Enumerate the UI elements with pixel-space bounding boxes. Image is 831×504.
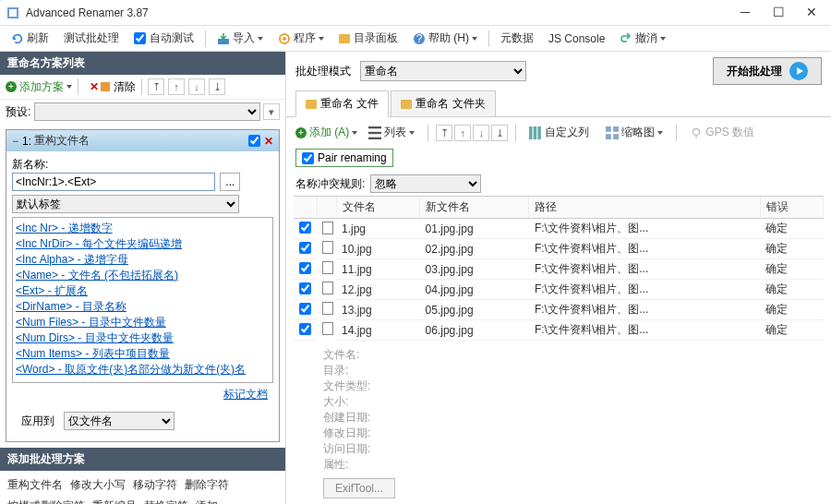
import-button[interactable]: 导入 bbox=[211, 29, 269, 48]
table-row[interactable]: 13.jpg05.jpg.jpgF:\文件资料\相片、图...确定 bbox=[294, 300, 824, 320]
cell-error: 确定 bbox=[760, 239, 823, 259]
move-bottom-button[interactable]: ⤓ bbox=[209, 78, 225, 95]
cell-filename: 13.jpg bbox=[336, 300, 420, 320]
minimize-button[interactable]: ─ bbox=[731, 4, 759, 22]
method-link[interactable]: 添加 bbox=[196, 498, 218, 504]
tag-link[interactable]: <DirName> - 目录名称 bbox=[16, 299, 270, 315]
col-filename[interactable]: 文件名 bbox=[336, 197, 420, 219]
refresh-button[interactable]: 刷新 bbox=[6, 29, 54, 48]
file-move-bottom-button[interactable]: ⤓ bbox=[491, 125, 508, 141]
cell-error: 确定 bbox=[760, 280, 823, 300]
tag-link[interactable]: <Ext> - 扩展名 bbox=[16, 283, 270, 299]
undo-button[interactable]: 撤消 bbox=[614, 29, 671, 48]
maximize-button[interactable]: ☐ bbox=[765, 4, 792, 22]
file-move-top-button[interactable]: ⤒ bbox=[436, 125, 452, 141]
newname-input[interactable] bbox=[12, 173, 215, 191]
tag-link[interactable]: <Num Items> - 列表中项目数量 bbox=[16, 346, 270, 362]
gps-button[interactable]: GPS 数值 bbox=[684, 122, 760, 143]
dropdown-icon bbox=[660, 37, 666, 41]
method-link[interactable]: 移动字符 bbox=[133, 477, 177, 493]
svg-rect-16 bbox=[614, 134, 620, 139]
folder-panel-label: 目录面板 bbox=[354, 30, 398, 46]
move-up-button[interactable]: ↑ bbox=[168, 78, 185, 95]
table-row[interactable]: 12.jpg04.jpg.jpgF:\文件资料\相片、图...确定 bbox=[294, 280, 824, 300]
file-table[interactable]: 文件名 新文件名 路径 错误 1.jpg01.jpg.jpgF:\文件资料\相片… bbox=[294, 196, 824, 342]
method-enabled-checkbox[interactable] bbox=[248, 135, 260, 147]
col-newfilename[interactable]: 新文件名 bbox=[420, 197, 529, 219]
row-checkbox[interactable] bbox=[299, 222, 311, 234]
jsconsole-button[interactable]: JS Console bbox=[543, 30, 610, 47]
tag-link[interactable]: <Num Dirs> - 目录中文件夹数量 bbox=[16, 330, 270, 346]
table-row[interactable]: 11.jpg03.jpg.jpgF:\文件资料\相片、图...确定 bbox=[294, 259, 824, 280]
refresh-label: 刷新 bbox=[27, 30, 49, 46]
exiftool-button[interactable]: ExifTool... bbox=[323, 478, 395, 498]
cell-error: 确定 bbox=[760, 300, 823, 320]
help-button[interactable]: ?帮助 (H) bbox=[407, 29, 483, 48]
autotest-button[interactable]: 自动测试 bbox=[128, 29, 199, 48]
table-row[interactable]: 10.jpg02.jpg.jpgF:\文件资料\相片、图...确定 bbox=[294, 239, 824, 259]
move-down-button[interactable]: ↓ bbox=[188, 78, 205, 95]
preset-select[interactable] bbox=[34, 102, 260, 121]
batch-mode-select[interactable]: 重命名 bbox=[360, 61, 526, 81]
start-batch-button[interactable]: 开始批处理 bbox=[713, 57, 822, 85]
cell-newname: 02.jpg.jpg bbox=[420, 239, 529, 259]
method-link[interactable]: 重构文件名 bbox=[7, 477, 63, 493]
program-button[interactable]: 程序 bbox=[272, 29, 330, 48]
tag-link[interactable]: <Inc NrDir> - 每个文件夹编码递增 bbox=[16, 236, 270, 252]
autotest-checkbox[interactable] bbox=[134, 32, 146, 44]
list-menu-button[interactable]: 列表 bbox=[363, 122, 420, 143]
row-checkbox[interactable] bbox=[299, 282, 311, 294]
tag-link[interactable]: <Word> - 取原文件(夹)名部分做为新文件(夹)名 bbox=[16, 362, 270, 378]
svg-rect-15 bbox=[606, 134, 611, 139]
folder-icon bbox=[401, 100, 412, 109]
method-link[interactable]: 重新编号 bbox=[92, 498, 137, 504]
col-path[interactable]: 路径 bbox=[529, 197, 760, 219]
tag-list[interactable]: <Inc Nr> - 递增数字<Inc NrDir> - 每个文件夹编码递增<I… bbox=[12, 217, 273, 383]
row-checkbox[interactable] bbox=[299, 262, 311, 274]
move-top-button[interactable]: ⤒ bbox=[148, 78, 164, 95]
apply-to-select[interactable]: 仅文件名 bbox=[64, 412, 175, 430]
default-tag-select[interactable]: 默认标签 bbox=[12, 195, 239, 213]
apply-to-label: 应用到 bbox=[21, 414, 54, 429]
test-batch-button[interactable]: 测试批处理 bbox=[58, 29, 125, 48]
tag-link[interactable]: <Num Files> - 目录中文件数量 bbox=[16, 315, 270, 330]
gps-label: GPS 数值 bbox=[705, 125, 754, 140]
col-error[interactable]: 错误 bbox=[760, 197, 823, 219]
folder-panel-button[interactable]: 目录面板 bbox=[333, 29, 403, 48]
close-button[interactable]: ✕ bbox=[798, 4, 825, 22]
dropdown-icon bbox=[657, 131, 663, 135]
table-row[interactable]: 14.jpg06.jpg.jpgF:\文件资料\相片、图...确定 bbox=[294, 320, 824, 341]
method-link[interactable]: 修改大小写 bbox=[70, 477, 126, 493]
tab-files[interactable]: 重命名 文件 bbox=[295, 90, 389, 117]
table-row[interactable]: 1.jpg01.jpg.jpgF:\文件资料\相片、图...确定 bbox=[294, 219, 824, 239]
row-checkbox[interactable] bbox=[299, 323, 311, 335]
row-checkbox[interactable] bbox=[299, 242, 311, 254]
newname-browse-button[interactable]: ... bbox=[220, 173, 240, 191]
tag-link[interactable]: <Name> - 文件名 (不包括拓展名) bbox=[16, 268, 270, 283]
pair-renaming-toggle[interactable]: Pair renaming bbox=[295, 149, 393, 167]
method-link[interactable]: 替换字符 bbox=[144, 498, 188, 504]
row-checkbox[interactable] bbox=[299, 303, 311, 315]
mark-doc-link[interactable]: 标记文档 bbox=[223, 388, 268, 401]
method-link[interactable]: 删除字符 bbox=[185, 477, 229, 493]
tag-link[interactable]: <Inc Alpha> - 递增字母 bbox=[16, 252, 270, 268]
add-method-button[interactable]: +添加方案 bbox=[6, 79, 72, 95]
method-close-button[interactable]: ✕ bbox=[264, 135, 273, 148]
method-link[interactable]: 按模式删除字符 bbox=[7, 498, 85, 504]
file-move-up-button[interactable]: ↑ bbox=[454, 125, 471, 141]
preset-menu-button[interactable]: ▾ bbox=[263, 103, 280, 120]
tab-folders[interactable]: 重命名 文件夹 bbox=[391, 90, 495, 116]
file-move-down-button[interactable]: ↓ bbox=[473, 125, 489, 141]
pair-checkbox[interactable] bbox=[302, 152, 314, 164]
thumbnails-label: 缩略图 bbox=[621, 125, 655, 140]
metadata-button[interactable]: 元数据 bbox=[495, 29, 539, 48]
collapse-icon[interactable]: − bbox=[12, 135, 18, 148]
clear-methods-button[interactable]: ✕清除 bbox=[90, 79, 136, 95]
svg-rect-1 bbox=[9, 9, 17, 17]
add-files-button[interactable]: +添加 (A) bbox=[295, 125, 357, 140]
thumbnails-button[interactable]: 缩略图 bbox=[600, 122, 668, 143]
tag-link[interactable]: <Inc Nr> - 递增数字 bbox=[16, 221, 270, 236]
custom-columns-button[interactable]: 自定义列 bbox=[524, 122, 595, 143]
conflict-select[interactable]: 忽略 bbox=[370, 174, 481, 193]
method-header[interactable]: − 1: 重构文件名 ✕ bbox=[6, 130, 279, 151]
